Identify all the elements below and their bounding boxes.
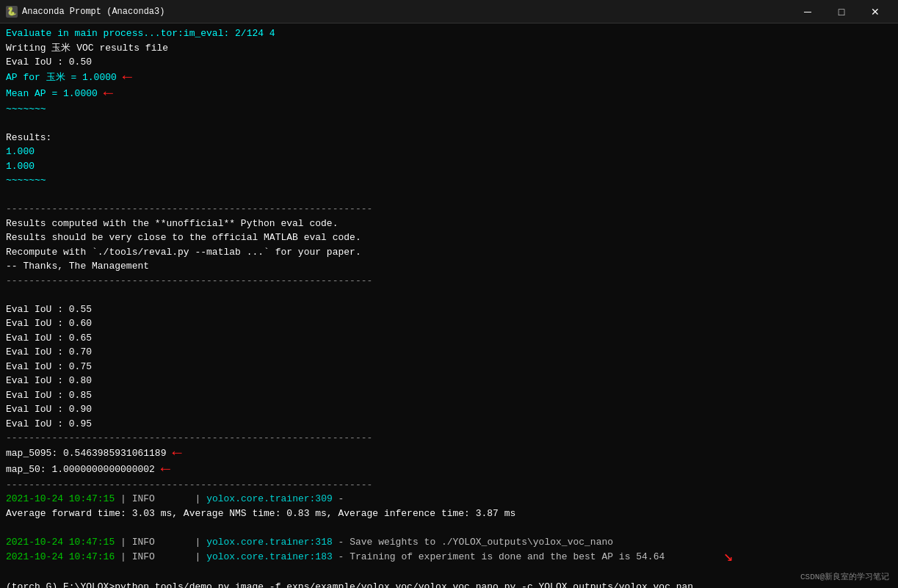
close-button[interactable]: ✕ <box>858 0 892 23</box>
line-14: -- Thanks, The Management <box>6 259 892 274</box>
line-sep4: ----------------------------------------… <box>6 478 892 493</box>
line-4: AP for 玉米 = 1.0000 <box>6 70 117 85</box>
title-bar: 🐍 Anaconda Prompt (Anaconda3) ─ □ ✕ <box>0 0 898 23</box>
line-12: Results should be very close to the offi… <box>6 231 892 245</box>
app-icon: 🐍 <box>6 6 18 18</box>
app-window: 🐍 Anaconda Prompt (Anaconda3) ─ □ ✕ Eval… <box>0 0 898 588</box>
line-20: Eval IoU : 0.80 <box>6 374 892 388</box>
line-1: Evaluate in main process...tor:im_eval: … <box>6 26 892 41</box>
line-log1b: Average forward time: 3.03 ms, Average N… <box>6 507 892 521</box>
window-controls: ─ □ ✕ <box>791 0 892 23</box>
line-5: Mean AP = 1.0000 <box>6 87 98 101</box>
line-prompt1: (torch_G) E:\YOLOX>python tools/demo.py … <box>6 580 892 589</box>
line-log3: 2021-10-24 10:47:16 | INFO | yolox.core.… <box>6 550 665 565</box>
line-18: Eval IoU : 0.70 <box>6 345 892 360</box>
line-blank3 <box>6 288 892 302</box>
line-map50: map_50: 1.0000000000000002 <box>6 462 155 477</box>
line-21: Eval IoU : 0.85 <box>6 388 892 403</box>
line-7: Results: <box>6 131 892 145</box>
line-blank5 <box>6 565 892 580</box>
line-6: ~~~~~~~ <box>6 102 892 117</box>
line-11: Results computed with the **unofficial**… <box>6 217 892 231</box>
line-15: Eval IoU : 0.55 <box>6 302 892 317</box>
line-sep2: ----------------------------------------… <box>6 274 892 288</box>
line-3: Eval IoU : 0.50 <box>6 55 892 70</box>
line-blank4 <box>6 520 892 535</box>
line-13: Recompute with `./tools/reval.py --matla… <box>6 245 892 260</box>
line-sep3: ----------------------------------------… <box>6 431 892 446</box>
line-9: 1.000 <box>6 159 892 174</box>
minimize-button[interactable]: ─ <box>791 0 825 23</box>
line-map5095: map_5095: 0.5463985931061189 <box>6 446 166 461</box>
line-blank1 <box>6 116 892 131</box>
line-8: 1.000 <box>6 145 892 159</box>
maximize-button[interactable]: □ <box>825 0 858 23</box>
window-title: Anaconda Prompt (Anaconda3) <box>22 7 791 17</box>
line-22: Eval IoU : 0.90 <box>6 402 892 417</box>
line-23: Eval IoU : 0.95 <box>6 417 892 432</box>
line-10: ~~~~~~~ <box>6 173 892 188</box>
line-19: Eval IoU : 0.75 <box>6 360 892 374</box>
line-17: Eval IoU : 0.65 <box>6 331 892 346</box>
line-2: Writing 玉米 VOC results file <box>6 41 892 56</box>
line-log1: 2021-10-24 10:47:15 | INFO | yolox.core.… <box>6 492 892 507</box>
line-log2: 2021-10-24 10:47:15 | INFO | yolox.core.… <box>6 535 892 550</box>
terminal-output: Evaluate in main process...tor:im_eval: … <box>0 23 898 588</box>
line-16: Eval IoU : 0.60 <box>6 316 892 331</box>
line-sep1: ----------------------------------------… <box>6 202 892 217</box>
line-blank2 <box>6 188 892 203</box>
